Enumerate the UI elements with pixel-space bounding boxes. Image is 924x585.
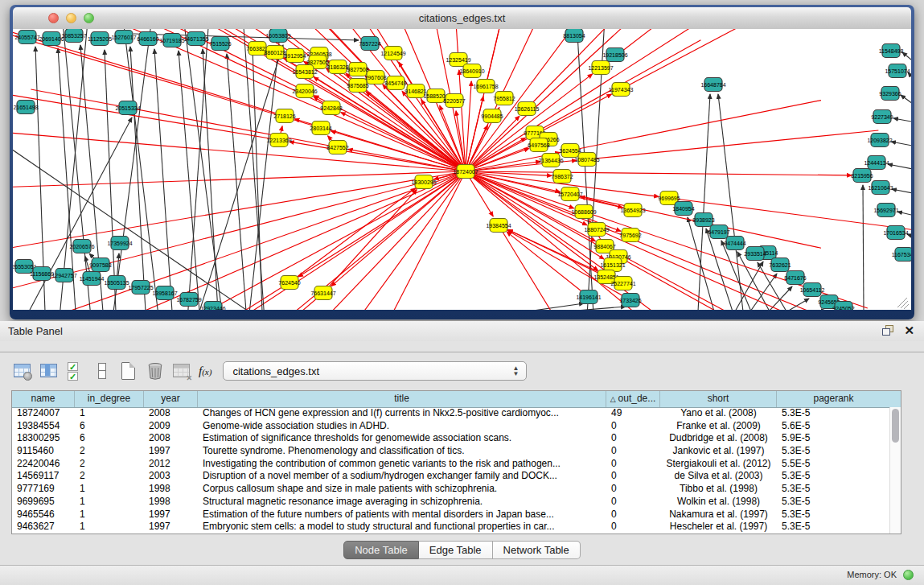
network-node[interactable]: 12213369 <box>266 134 291 147</box>
network-node[interactable]: 8186328 <box>326 60 348 74</box>
network-node[interactable]: 16210643 <box>868 181 893 195</box>
function-builder-icon[interactable]: f(x) <box>199 365 211 378</box>
network-node[interactable]: 2933514 <box>744 247 766 261</box>
network-node[interactable]: 25227741 <box>610 277 635 290</box>
network-node[interactable]: 15692971 <box>873 204 898 217</box>
column-header-short[interactable]: short <box>660 391 777 407</box>
network-node[interactable]: 13505135 <box>104 276 129 290</box>
network-node[interactable]: 16648784 <box>700 78 725 92</box>
network-node[interactable]: 11548498 <box>879 44 904 58</box>
network-node[interactable]: 18724007 <box>453 165 478 179</box>
network-node[interactable]: 9097588 <box>89 258 111 272</box>
network-node[interactable]: 13626115 <box>515 102 540 116</box>
network-node[interactable]: 8215956 <box>851 169 873 183</box>
network-node[interactable]: 8912954 <box>284 49 306 63</box>
network-node[interactable]: 11675345 <box>892 248 911 262</box>
network-node[interactable]: 16782759 <box>176 293 201 307</box>
table-scrollbar-thumb[interactable] <box>892 409 899 443</box>
network-node[interactable]: 8471676 <box>784 271 806 285</box>
network-node[interactable]: 17359924 <box>107 237 132 250</box>
memory-ok-indicator[interactable] <box>903 570 914 580</box>
network-node[interactable]: 9329366 <box>879 87 901 101</box>
network-node[interactable]: 11451944 <box>80 272 105 286</box>
network-node[interactable]: 1733426 <box>619 294 641 307</box>
network-node[interactable]: 10688609 <box>571 205 596 219</box>
network-node[interactable]: 7986372 <box>551 170 573 183</box>
table-row[interactable]: 969969511998Structural magnetic resonanc… <box>12 496 890 509</box>
network-node[interactable]: 10654112 <box>800 283 825 297</box>
column-header-in_degree[interactable]: in_degree <box>75 391 144 407</box>
network-node[interactable]: 6497568 <box>528 138 549 152</box>
table-row[interactable]: 977716911998Corpus callosum shape and si… <box>12 483 890 496</box>
table-row[interactable]: 946362711997Embryonic stem cells: a mode… <box>12 521 890 534</box>
row-height-icon[interactable] <box>92 361 112 381</box>
network-node[interactable]: 14671355 <box>183 32 208 46</box>
tab-network-table[interactable]: Network Table <box>493 541 581 559</box>
network-node[interactable]: 19384554 <box>486 219 511 233</box>
network-node[interactable]: 8860128 <box>264 46 285 60</box>
network-node[interactable]: 15751074 <box>885 64 910 78</box>
table-scrollbar[interactable] <box>889 407 901 534</box>
network-node[interactable]: 10853257 <box>61 29 86 43</box>
network-node[interactable]: 20515334 <box>115 101 140 115</box>
column-header-title[interactable]: title <box>198 391 606 407</box>
network-node[interactable]: 15720407 <box>557 187 582 201</box>
column-header-out_de[interactable]: △out_de... <box>606 391 660 407</box>
network-node[interactable]: 7975692 <box>619 229 641 242</box>
network-node[interactable]: 18807249 <box>584 223 609 237</box>
network-node[interactable]: 7515526 <box>209 37 231 51</box>
network-node[interactable]: 16053809 <box>265 29 290 43</box>
network-node[interactable]: 17016534 <box>883 226 908 240</box>
network-node[interactable]: 8938923 <box>692 213 714 227</box>
network-node[interactable]: 1840954 <box>672 202 694 216</box>
tab-node-table[interactable]: Node Table <box>343 541 419 559</box>
network-node[interactable]: 6479197 <box>708 225 729 239</box>
network-node[interactable]: 19218506 <box>602 48 627 62</box>
network-node[interactable]: 12923446 <box>200 302 225 311</box>
network-node[interactable]: 10719185 <box>159 34 184 47</box>
network-node[interactable]: 18640910 <box>459 64 484 78</box>
table-row[interactable]: 1872400712008Changes of HCN gene express… <box>12 407 890 420</box>
network-node[interactable]: 7857224 <box>359 37 380 51</box>
network-node[interactable]: 24055747 <box>14 31 39 44</box>
network-node[interactable]: 8454749 <box>384 76 406 90</box>
create-column-icon[interactable] <box>119 361 138 381</box>
table-row[interactable]: 911546021997Tourette syndrome. Phenomeno… <box>12 445 890 458</box>
network-node[interactable]: 23420046 <box>292 84 317 98</box>
resize-grip-icon[interactable] <box>901 301 908 308</box>
network-node[interactable]: 20691406 <box>39 32 64 46</box>
resize-grip-icon[interactable] <box>904 304 909 309</box>
network-node[interactable]: 6466160 <box>137 32 158 46</box>
network-node[interactable]: 12942757 <box>51 269 76 282</box>
select-columns-icon[interactable]: ✓✓ <box>66 361 85 381</box>
delete-column-icon[interactable] <box>146 361 165 381</box>
close-panel-icon[interactable]: ✕ <box>904 323 914 338</box>
float-panel-icon[interactable] <box>882 325 893 336</box>
table-row[interactable]: 1938455462009Genome-wide association stu… <box>12 420 890 433</box>
network-node[interactable]: 7955812 <box>493 92 515 105</box>
network-node[interactable]: 11974343 <box>609 83 634 97</box>
network-node[interactable]: 13654923 <box>620 204 645 217</box>
network-node[interactable]: 9242848 <box>320 101 342 115</box>
network-node[interactable]: 17957225 <box>128 281 153 295</box>
network-node[interactable]: 8427552 <box>326 141 348 154</box>
network-node[interactable]: 11156869 <box>30 267 54 281</box>
network-node[interactable]: 8220577 <box>443 94 465 108</box>
network-node[interactable]: 12444134 <box>864 156 889 170</box>
network-node[interactable]: 12093822 <box>867 134 892 147</box>
network-canvas[interactable]: 1872400776638228860128891295422260538982… <box>13 29 911 310</box>
network-node[interactable]: 18300295 <box>411 175 436 189</box>
resize-grip-icon[interactable] <box>897 298 907 307</box>
network-node[interactable]: 14196141 <box>576 290 601 304</box>
table-select[interactable]: citations_edges.txt ▲▼ <box>223 361 527 381</box>
show-columns-icon[interactable] <box>39 361 59 381</box>
network-node[interactable]: 7632621 <box>769 258 791 272</box>
network-node[interactable]: 2718126 <box>273 109 295 123</box>
network-node[interactable]: 9474444 <box>724 237 745 250</box>
network-node[interactable]: 76631447 <box>310 286 335 300</box>
network-node[interactable]: 12213597 <box>588 61 613 75</box>
table-row[interactable]: 1830029562008Estimation of significance … <box>12 432 890 445</box>
tab-edge-table[interactable]: Edge Table <box>419 541 493 559</box>
network-node[interactable]: 16961758 <box>473 80 498 93</box>
table-row[interactable]: 2242004622012Investigating the contribut… <box>12 458 890 471</box>
